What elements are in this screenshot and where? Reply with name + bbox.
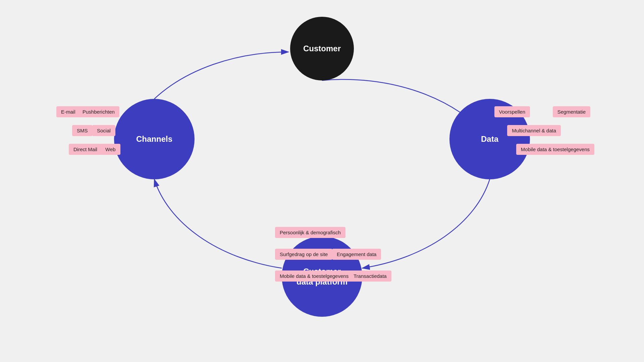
tag-pushberichten: Pushberichten [78,106,119,117]
arc-channels-to-customer [154,52,288,99]
tag-voorspellen: Voorspellen [494,106,530,117]
tag-multichannel: Multichannel & data [507,125,561,136]
diagram-container: Customer Channels Data Customer data pla… [0,0,644,362]
tag-email: E-mail [56,106,80,117]
customer-circle: Customer [290,17,354,80]
tag-segmentatie: Segmentatie [553,106,590,117]
tag-social: Social [92,125,115,136]
channels-circle: Channels [114,99,195,179]
tag-direct-mail: Direct Mail [69,144,102,155]
arc-cdp-to-channels [154,179,282,268]
data-label: Data [481,134,498,144]
tag-mobile-cdp: Mobile data & toestelgegevens [275,270,353,282]
tag-transactiedata: Transactiedata [349,270,391,282]
channels-label: Channels [136,134,172,144]
tag-mobile-data: Mobile data & toestelgegevens [516,144,594,155]
arc-data-to-cdp [362,179,490,268]
tag-persoonlijk: Persoonlijk & demografisch [275,227,345,238]
tag-engagement-data: Engagement data [332,249,381,260]
tag-web: Web [101,144,120,155]
customer-label: Customer [303,43,341,54]
tag-sms: SMS [72,125,93,136]
tag-surfgedrag: Surfgedrag op de site [275,249,332,260]
